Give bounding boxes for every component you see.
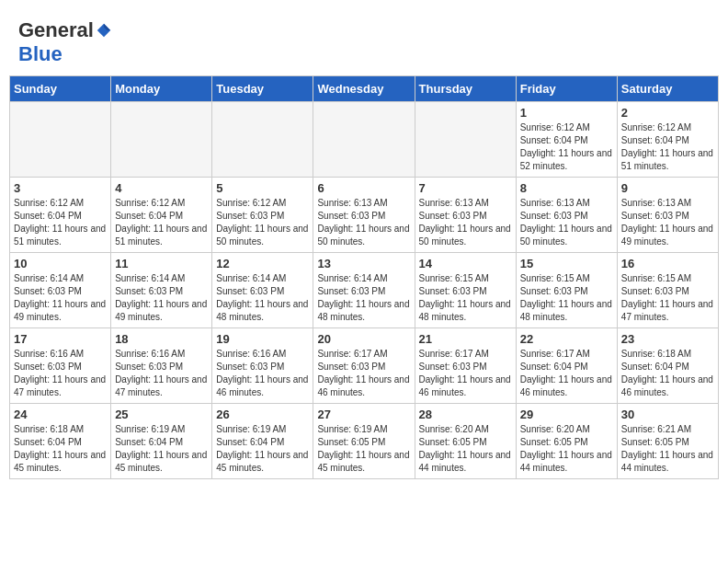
day-info: Sunrise: 6:14 AMSunset: 6:03 PMDaylight:…: [216, 272, 309, 324]
calendar-cell: 18Sunrise: 6:16 AMSunset: 6:03 PMDayligh…: [111, 328, 212, 404]
day-info: Sunrise: 6:19 AMSunset: 6:04 PMDaylight:…: [216, 423, 309, 475]
calendar-cell: 5Sunrise: 6:12 AMSunset: 6:03 PMDaylight…: [212, 178, 313, 253]
day-number: 4: [115, 181, 208, 195]
day-info: Sunrise: 6:18 AMSunset: 6:04 PMDaylight:…: [621, 348, 714, 399]
calendar-cell: 1Sunrise: 6:12 AMSunset: 6:04 PMDaylight…: [516, 102, 617, 178]
calendar-cell: 4Sunrise: 6:12 AMSunset: 6:04 PMDaylight…: [111, 178, 212, 253]
calendar-cell: 13Sunrise: 6:14 AMSunset: 6:03 PMDayligh…: [313, 253, 415, 328]
calendar-cell: 16Sunrise: 6:15 AMSunset: 6:03 PMDayligh…: [617, 253, 718, 328]
calendar-week-row: 10Sunrise: 6:14 AMSunset: 6:03 PMDayligh…: [10, 253, 719, 328]
day-info: Sunrise: 6:20 AMSunset: 6:05 PMDaylight:…: [520, 423, 613, 475]
calendar-cell: 14Sunrise: 6:15 AMSunset: 6:03 PMDayligh…: [415, 253, 516, 328]
calendar-cell: [212, 102, 313, 178]
calendar-week-row: 3Sunrise: 6:12 AMSunset: 6:04 PMDaylight…: [10, 178, 719, 253]
day-number: 17: [14, 332, 107, 346]
calendar-cell: [10, 102, 111, 178]
day-info: Sunrise: 6:19 AMSunset: 6:05 PMDaylight:…: [317, 423, 410, 475]
day-info: Sunrise: 6:12 AMSunset: 6:04 PMDaylight:…: [621, 121, 714, 173]
calendar-cell: 24Sunrise: 6:18 AMSunset: 6:04 PMDayligh…: [10, 404, 111, 479]
calendar-cell: 25Sunrise: 6:19 AMSunset: 6:04 PMDayligh…: [111, 404, 212, 479]
day-number: 24: [14, 408, 107, 421]
calendar-cell: 2Sunrise: 6:12 AMSunset: 6:04 PMDaylight…: [617, 102, 718, 178]
day-number: 3: [14, 181, 107, 195]
day-number: 2: [621, 106, 714, 120]
weekday-header-wednesday: Wednesday: [313, 76, 415, 102]
calendar-cell: 26Sunrise: 6:19 AMSunset: 6:04 PMDayligh…: [212, 404, 313, 479]
day-info: Sunrise: 6:14 AMSunset: 6:03 PMDaylight:…: [115, 272, 208, 324]
day-number: 18: [115, 332, 208, 346]
calendar-cell: 19Sunrise: 6:16 AMSunset: 6:03 PMDayligh…: [212, 328, 313, 404]
day-info: Sunrise: 6:15 AMSunset: 6:03 PMDaylight:…: [419, 272, 512, 324]
day-info: Sunrise: 6:14 AMSunset: 6:03 PMDaylight:…: [14, 272, 107, 324]
logo: General Blue: [18, 18, 112, 66]
day-number: 19: [216, 332, 309, 346]
day-info: Sunrise: 6:16 AMSunset: 6:03 PMDaylight:…: [216, 348, 309, 399]
day-number: 7: [419, 181, 512, 195]
day-info: Sunrise: 6:18 AMSunset: 6:04 PMDaylight:…: [14, 423, 107, 475]
day-info: Sunrise: 6:17 AMSunset: 6:03 PMDaylight:…: [317, 348, 410, 399]
day-info: Sunrise: 6:21 AMSunset: 6:05 PMDaylight:…: [621, 423, 714, 475]
calendar-cell: 21Sunrise: 6:17 AMSunset: 6:03 PMDayligh…: [415, 328, 516, 404]
weekday-header-tuesday: Tuesday: [212, 76, 313, 102]
calendar-week-row: 1Sunrise: 6:12 AMSunset: 6:04 PMDaylight…: [10, 102, 719, 178]
calendar-week-row: 17Sunrise: 6:16 AMSunset: 6:03 PMDayligh…: [10, 328, 719, 404]
calendar-cell: 30Sunrise: 6:21 AMSunset: 6:05 PMDayligh…: [617, 404, 718, 479]
calendar-week-row: 24Sunrise: 6:18 AMSunset: 6:04 PMDayligh…: [10, 404, 719, 479]
weekday-header-monday: Monday: [111, 76, 212, 102]
day-info: Sunrise: 6:15 AMSunset: 6:03 PMDaylight:…: [621, 272, 714, 324]
day-info: Sunrise: 6:14 AMSunset: 6:03 PMDaylight:…: [317, 272, 410, 324]
weekday-header-friday: Friday: [516, 76, 617, 102]
day-info: Sunrise: 6:13 AMSunset: 6:03 PMDaylight:…: [621, 197, 714, 248]
calendar-cell: 6Sunrise: 6:13 AMSunset: 6:03 PMDaylight…: [313, 178, 415, 253]
day-number: 23: [621, 332, 714, 346]
day-info: Sunrise: 6:12 AMSunset: 6:03 PMDaylight:…: [216, 197, 309, 248]
day-info: Sunrise: 6:13 AMSunset: 6:03 PMDaylight:…: [520, 197, 613, 248]
calendar-cell: 12Sunrise: 6:14 AMSunset: 6:03 PMDayligh…: [212, 253, 313, 328]
day-info: Sunrise: 6:15 AMSunset: 6:03 PMDaylight:…: [520, 272, 613, 324]
calendar-cell: 9Sunrise: 6:13 AMSunset: 6:03 PMDaylight…: [617, 178, 718, 253]
calendar-cell: [415, 102, 516, 178]
day-info: Sunrise: 6:20 AMSunset: 6:05 PMDaylight:…: [419, 423, 512, 475]
day-info: Sunrise: 6:17 AMSunset: 6:03 PMDaylight:…: [419, 348, 512, 399]
day-info: Sunrise: 6:12 AMSunset: 6:04 PMDaylight:…: [520, 121, 613, 173]
logo-blue-text: Blue: [18, 42, 63, 66]
calendar-table: SundayMondayTuesdayWednesdayThursdayFrid…: [9, 75, 719, 479]
calendar-cell: [111, 102, 212, 178]
day-number: 30: [621, 408, 714, 421]
day-number: 10: [14, 257, 107, 270]
weekday-header-saturday: Saturday: [617, 76, 718, 102]
calendar-header-row: SundayMondayTuesdayWednesdayThursdayFrid…: [10, 76, 719, 102]
calendar-cell: 15Sunrise: 6:15 AMSunset: 6:03 PMDayligh…: [516, 253, 617, 328]
day-info: Sunrise: 6:16 AMSunset: 6:03 PMDaylight:…: [14, 348, 107, 399]
calendar-cell: 3Sunrise: 6:12 AMSunset: 6:04 PMDaylight…: [10, 178, 111, 253]
day-number: 25: [115, 408, 208, 421]
day-number: 14: [419, 257, 512, 270]
day-info: Sunrise: 6:12 AMSunset: 6:04 PMDaylight:…: [115, 197, 208, 248]
day-number: 9: [621, 181, 714, 195]
day-number: 8: [520, 181, 613, 195]
calendar-cell: 23Sunrise: 6:18 AMSunset: 6:04 PMDayligh…: [617, 328, 718, 404]
calendar-cell: 20Sunrise: 6:17 AMSunset: 6:03 PMDayligh…: [313, 328, 415, 404]
day-info: Sunrise: 6:13 AMSunset: 6:03 PMDaylight:…: [419, 197, 512, 248]
logo-general-text: General: [18, 18, 94, 42]
calendar-cell: 8Sunrise: 6:13 AMSunset: 6:03 PMDaylight…: [516, 178, 617, 253]
day-number: 20: [317, 332, 410, 346]
day-number: 1: [520, 106, 613, 120]
weekday-header-sunday: Sunday: [10, 76, 111, 102]
day-number: 6: [317, 181, 410, 195]
calendar-cell: 22Sunrise: 6:17 AMSunset: 6:04 PMDayligh…: [516, 328, 617, 404]
day-number: 22: [520, 332, 613, 346]
day-number: 28: [419, 408, 512, 421]
day-number: 26: [216, 408, 309, 421]
calendar-cell: 29Sunrise: 6:20 AMSunset: 6:05 PMDayligh…: [516, 404, 617, 479]
day-info: Sunrise: 6:19 AMSunset: 6:04 PMDaylight:…: [115, 423, 208, 475]
calendar-cell: [313, 102, 415, 178]
calendar-cell: 27Sunrise: 6:19 AMSunset: 6:05 PMDayligh…: [313, 404, 415, 479]
page-header: General Blue: [9, 9, 719, 71]
day-number: 12: [216, 257, 309, 270]
day-info: Sunrise: 6:17 AMSunset: 6:04 PMDaylight:…: [520, 348, 613, 399]
calendar-cell: 28Sunrise: 6:20 AMSunset: 6:05 PMDayligh…: [415, 404, 516, 479]
logo-icon: [96, 22, 112, 39]
day-number: 5: [216, 181, 309, 195]
day-number: 11: [115, 257, 208, 270]
